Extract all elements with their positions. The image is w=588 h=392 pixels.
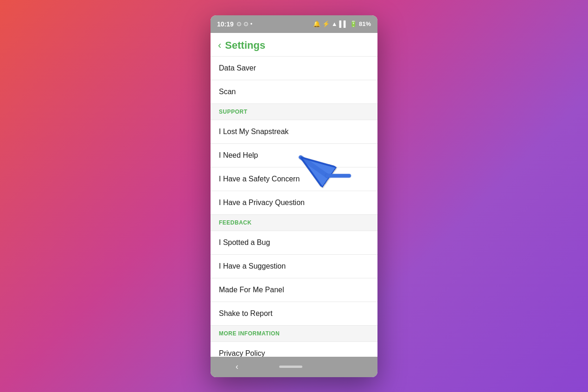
app-icon-2: ⊙	[243, 20, 249, 27]
status-icons: ⊙ ⊙ •	[236, 20, 253, 27]
status-right: 🔔 ⚡ ▲ ▌▌ 🔋 81%	[313, 20, 371, 27]
settings-list: Data SaverScanSUPPORTI Lost My Snapstrea…	[211, 57, 377, 357]
settings-item-i-have-a-privacy-question[interactable]: I Have a Privacy Question	[211, 191, 377, 215]
battery-percentage: 81%	[359, 20, 371, 27]
signal-icon: ▌▌	[339, 20, 348, 27]
settings-item-scan[interactable]: Scan	[211, 80, 377, 104]
nav-bar: ‹	[211, 357, 377, 377]
wifi-icon: ▲	[332, 20, 338, 27]
flash-icon: ⚡	[322, 20, 330, 27]
status-time: 10:19	[217, 20, 234, 28]
volume-icon: 🔔	[313, 20, 320, 27]
page-title: Settings	[225, 39, 265, 51]
status-dot-icon: •	[250, 20, 253, 27]
app-icon-1: ⊙	[236, 20, 242, 27]
status-bar: 10:19 ⊙ ⊙ • 🔔 ⚡ ▲ ▌▌ 🔋 81%	[211, 15, 377, 33]
phone-frame: 10:19 ⊙ ⊙ • 🔔 ⚡ ▲ ▌▌ 🔋 81% ‹ Settings Da…	[211, 15, 377, 377]
status-left: 10:19 ⊙ ⊙ •	[217, 20, 252, 28]
battery-icon: 🔋	[350, 20, 357, 27]
settings-item-i-need-help[interactable]: I Need Help	[211, 144, 377, 167]
settings-item-i-lost-my-snapstreak[interactable]: I Lost My Snapstreak	[211, 120, 377, 144]
settings-item-i-have-a-safety-concern[interactable]: I Have a Safety Concern	[211, 167, 377, 191]
nav-back-button[interactable]: ‹	[226, 358, 248, 375]
back-button[interactable]: ‹	[218, 40, 221, 51]
section-header-feedback: FEEDBACK	[211, 215, 377, 231]
settings-item-data-saver[interactable]: Data Saver	[211, 57, 377, 80]
section-header-more-information: MORE INFORMATION	[211, 326, 377, 342]
settings-list-wrapper: Data SaverScanSUPPORTI Lost My Snapstrea…	[211, 57, 377, 357]
settings-item-i-have-a-suggestion[interactable]: I Have a Suggestion	[211, 255, 377, 278]
settings-item-i-spotted-a-bug[interactable]: I Spotted a Bug	[211, 231, 377, 255]
settings-item-made-for-me-panel[interactable]: Made For Me Panel	[211, 278, 377, 302]
nav-home-pill[interactable]	[279, 366, 302, 368]
section-header-support: SUPPORT	[211, 104, 377, 120]
settings-header: ‹ Settings	[211, 33, 377, 57]
settings-item-privacy-policy[interactable]: Privacy Policy	[211, 342, 377, 357]
settings-item-shake-to-report[interactable]: Shake to Report	[211, 302, 377, 326]
